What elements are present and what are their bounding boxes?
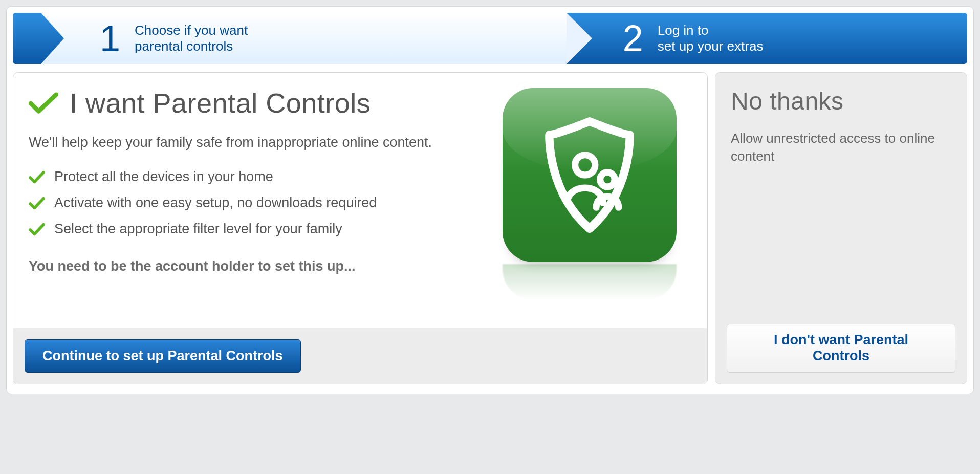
shield-family-icon xyxy=(503,88,677,262)
checkmark-icon xyxy=(29,197,45,210)
step-1-number: 1 xyxy=(100,20,120,57)
continue-setup-button[interactable]: Continue to set up Parental Controls xyxy=(25,339,301,373)
option-yes-lead: We'll help keep your family safe from in… xyxy=(29,133,448,152)
step-1: 1 Choose if you want parental controls xyxy=(13,13,567,64)
step-2: 2 Log in to set up your extras xyxy=(567,13,967,64)
step-1-label: Choose if you want parental controls xyxy=(135,23,248,54)
option-no-title: No thanks xyxy=(731,87,951,115)
checkmark-icon xyxy=(29,223,45,236)
icon-reflection xyxy=(503,264,677,300)
step-header: 1 Choose if you want parental controls 2… xyxy=(13,13,967,64)
option-no-lead: Allow unrestricted access to online cont… xyxy=(731,130,951,165)
checkmark-icon xyxy=(29,92,58,114)
svg-point-0 xyxy=(575,155,595,175)
decline-button[interactable]: I don't want Parental Controls xyxy=(727,324,955,373)
step-2-label: Log in to set up your extras xyxy=(658,23,764,54)
parental-controls-illustration xyxy=(503,88,687,300)
options-row: I want Parental Controls We'll help keep… xyxy=(13,72,967,384)
option-yes-card: I want Parental Controls We'll help keep… xyxy=(13,72,708,384)
step-2-number: 2 xyxy=(623,20,643,57)
checkmark-icon xyxy=(29,170,45,184)
dialog-container: 1 Choose if you want parental controls 2… xyxy=(6,6,974,394)
option-no-card: No thanks Allow unrestricted access to o… xyxy=(715,72,967,384)
svg-point-1 xyxy=(600,173,615,187)
